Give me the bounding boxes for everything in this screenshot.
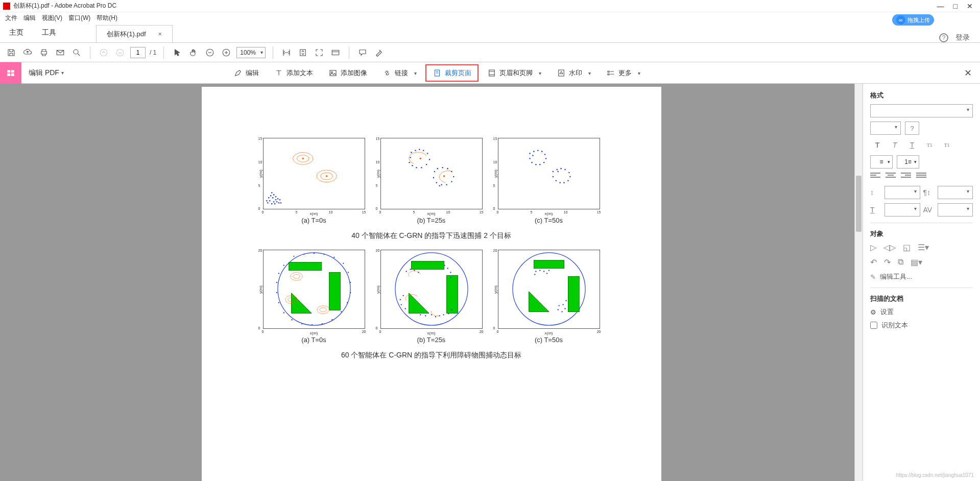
search-icon[interactable] [70, 46, 83, 59]
char-spacing-select[interactable] [938, 203, 973, 217]
menu-file[interactable]: 文件 [5, 14, 17, 22]
zoom-in-icon[interactable] [220, 46, 232, 59]
scanned-heading: 扫描的文档 [870, 294, 973, 303]
tab-tools[interactable]: 工具 [33, 23, 65, 42]
crop-page-button[interactable]: 裁剪页面 [425, 64, 479, 82]
align-justify-icon[interactable] [916, 173, 926, 181]
number-list-button[interactable]: 1≡ [897, 155, 919, 169]
add-image-button[interactable]: 添加图像 [322, 65, 374, 81]
flip-h-icon[interactable]: ▷ [870, 243, 876, 252]
mail-icon[interactable] [54, 46, 66, 59]
close-edit-bar-icon[interactable]: ✕ [964, 67, 980, 79]
line-spacing-select[interactable] [885, 186, 920, 199]
hand-icon[interactable] [187, 46, 200, 59]
fit-page-icon[interactable] [297, 46, 309, 59]
more-button[interactable]: 更多 [600, 65, 647, 81]
scrollbar-track[interactable] [854, 84, 863, 481]
link-button[interactable]: 链接 [376, 65, 423, 81]
highlight-icon[interactable] [373, 46, 385, 59]
page-up-icon[interactable] [98, 46, 110, 59]
svg-point-27 [271, 203, 272, 205]
watermark-button[interactable]: 水印 [550, 65, 597, 81]
help-icon[interactable]: ? [939, 33, 948, 42]
svg-point-145 [448, 313, 449, 314]
recognize-text-checkbox[interactable]: 识别文本 [870, 321, 973, 330]
superscript-icon[interactable]: T1 [922, 139, 937, 151]
menu-view[interactable]: 视图(V) [42, 14, 62, 22]
svg-point-129 [414, 270, 415, 271]
italic-icon[interactable]: T [888, 139, 902, 151]
svg-point-88 [563, 182, 565, 183]
scrollbar-thumb[interactable] [856, 176, 862, 232]
svg-point-87 [567, 180, 569, 182]
svg-point-132 [447, 268, 448, 269]
svg-point-153 [546, 273, 547, 274]
document-tab[interactable]: 创新杯(1).pdf × [96, 25, 173, 42]
underline-icon[interactable]: T [905, 139, 919, 151]
font-family-select[interactable] [870, 104, 973, 117]
replace-image-icon[interactable]: ⧉ [898, 257, 903, 267]
edit-button[interactable]: 编辑 [227, 65, 266, 81]
print-icon[interactable] [38, 46, 50, 59]
edit-pdf-dropdown[interactable]: 编辑 PDF [21, 68, 68, 78]
page-number-input[interactable] [130, 47, 146, 58]
upload-badge[interactable]: ∞ 拖拽上传 [892, 14, 934, 26]
add-text-button[interactable]: 添加文本 [268, 65, 320, 81]
menu-window[interactable]: 窗口(W) [68, 14, 90, 22]
bullet-list-button[interactable]: ≡ [870, 155, 893, 169]
align-right-icon[interactable] [901, 173, 911, 181]
svg-rect-94 [289, 262, 321, 271]
crop-icon[interactable]: ◱ [903, 243, 911, 252]
svg-point-52 [412, 165, 413, 166]
zoom-out-icon[interactable] [204, 46, 216, 59]
fullscreen-icon[interactable] [313, 46, 325, 59]
svg-point-56 [428, 159, 430, 160]
edit-tool-link[interactable]: 编辑工具... [870, 272, 973, 281]
bold-icon[interactable]: T [870, 139, 885, 151]
svg-point-91 [552, 176, 554, 178]
menu-help[interactable]: 帮助(H) [97, 14, 117, 22]
font-size-select[interactable] [870, 122, 901, 135]
align-left-icon[interactable] [870, 173, 880, 181]
svg-point-84 [564, 169, 566, 171]
arrange-menu-icon[interactable]: ▤▾ [911, 257, 922, 267]
login-link[interactable]: 登录 [955, 33, 970, 42]
svg-point-157 [564, 308, 565, 309]
cloud-upload-icon[interactable] [21, 46, 34, 59]
pointer-icon[interactable] [171, 46, 183, 59]
comment-icon[interactable] [356, 46, 369, 59]
edit-pdf-tool-icon[interactable] [0, 62, 21, 84]
svg-point-70 [533, 151, 535, 152]
settings-link[interactable]: ⚙ 设置 [870, 307, 973, 317]
svg-point-78 [531, 162, 533, 163]
svg-point-92 [557, 171, 559, 173]
char-spacing-icon: AV [923, 206, 935, 214]
rotate-ccw-icon[interactable]: ↶ [870, 257, 877, 267]
svg-point-159 [557, 309, 558, 310]
svg-point-50 [410, 157, 411, 158]
read-mode-icon[interactable] [329, 46, 342, 59]
align-center-icon[interactable] [886, 173, 896, 181]
tab-bar: 主页 工具 创新杯(1).pdf × ? 登录 [0, 23, 980, 43]
svg-point-21 [302, 158, 303, 159]
fit-width-icon[interactable] [280, 46, 293, 59]
page-down-icon[interactable] [114, 46, 126, 59]
align-menu-icon[interactable]: ☰▾ [918, 243, 929, 252]
flip-v-icon[interactable]: ◁▷ [883, 243, 896, 252]
save-icon[interactable] [5, 46, 17, 59]
close-tab-icon[interactable]: × [158, 30, 162, 38]
tab-home[interactable]: 主页 [0, 23, 33, 42]
close-window-button[interactable]: ✕ [967, 2, 973, 10]
rotate-cw-icon[interactable]: ↷ [884, 257, 891, 267]
paragraph-spacing-select[interactable] [938, 186, 973, 199]
zoom-select[interactable]: 100% [236, 47, 266, 58]
text-color-select[interactable] [885, 203, 920, 217]
maximize-button[interactable]: □ [953, 2, 958, 10]
subscript-icon[interactable]: T1 [940, 139, 954, 151]
menu-edit[interactable]: 编辑 [23, 14, 36, 22]
minimize-button[interactable]: — [937, 2, 944, 10]
title-bar: 创新杯(1).pdf - Adobe Acrobat Pro DC — □ ✕ [0, 0, 980, 12]
document-viewport[interactable]: y(m) x(m) 051015 051015 (a) T=0s [0, 84, 863, 481]
header-footer-button[interactable]: 页眉和页脚 [481, 65, 548, 81]
font-help-icon[interactable]: ? [905, 122, 919, 135]
